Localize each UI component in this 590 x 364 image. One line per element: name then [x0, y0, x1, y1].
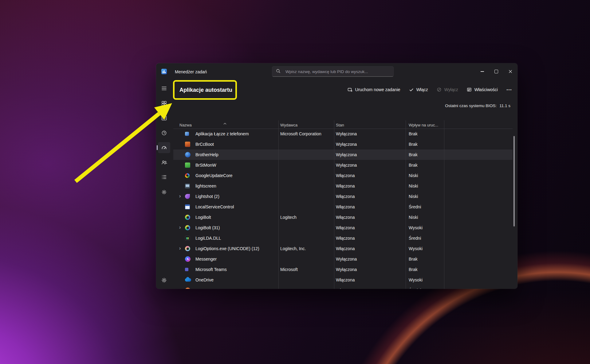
- brccboot-icon: [185, 142, 190, 147]
- logilda-icon: [185, 236, 190, 241]
- row-name: BrotherHelp: [195, 152, 218, 157]
- row-impact: Niski: [409, 194, 418, 199]
- row-status: Wyłączona: [336, 163, 357, 168]
- expand-chevron-icon[interactable]: ›: [179, 225, 181, 230]
- task-manager-app-icon: [161, 68, 167, 75]
- startup-app-row[interactable]: LogiBolt Logitech Włączona Niski: [173, 212, 513, 223]
- row-name: LogiBolt: [195, 215, 211, 220]
- row-publisher: Logitech, Inc.: [280, 246, 306, 251]
- startup-app-row[interactable]: BrCcBoot Wyłączona Brak: [173, 139, 513, 149]
- sort-ascending-icon: [223, 121, 226, 126]
- row-publisher: Microsoft Corporation: [280, 131, 321, 136]
- expand-chevron-icon[interactable]: ›: [179, 287, 181, 289]
- sidebar-item-users[interactable]: [158, 157, 170, 168]
- sidebar-item-performance[interactable]: [158, 113, 170, 124]
- startup-app-row[interactable]: › LogiBolt (31) Włączona Wysoki: [173, 223, 513, 233]
- row-publisher: Microsoft: [280, 267, 298, 272]
- row-impact: Brak: [409, 142, 418, 147]
- startup-app-row[interactable]: lightscreen Włączona Niski: [173, 181, 513, 191]
- row-status: Włączona: [336, 236, 355, 241]
- titlebar[interactable]: Menedżer zadań: [156, 63, 517, 80]
- row-impact: Brak: [409, 267, 418, 272]
- performance-icon: [161, 115, 167, 121]
- startup-app-row[interactable]: › Lightshot (2) Włączona Niski: [173, 191, 513, 202]
- expand-chevron-icon[interactable]: ›: [179, 193, 181, 199]
- sidebar-item-processes[interactable]: [158, 98, 170, 109]
- highlight-annotation-box: Aplikacje autostartu: [173, 80, 237, 100]
- sidebar-item-details[interactable]: [158, 172, 170, 183]
- sidebar-item-startup-apps[interactable]: [158, 142, 170, 153]
- desktop-wallpaper: Menedżer zadań: [0, 0, 590, 364]
- column-header-status[interactable]: Stan: [336, 123, 344, 127]
- run-new-task-label: Uruchom nowe zadanie: [355, 87, 400, 92]
- close-button[interactable]: [503, 63, 517, 80]
- startup-app-row[interactable]: Microsoft Teams Microsoft Wyłączona Brak: [173, 264, 513, 275]
- maximize-button[interactable]: [489, 63, 503, 80]
- services-gear-icon: [161, 189, 167, 195]
- row-name: Messenger: [195, 257, 217, 261]
- row-name: LogiOptions.exe (UNICODE) (12): [195, 246, 259, 251]
- sidebar-item-app-history[interactable]: [158, 127, 170, 138]
- close-icon: [509, 70, 512, 73]
- row-status: Wyłączona: [336, 131, 357, 136]
- logibolt-icon: [185, 215, 190, 220]
- startup-app-row[interactable]: BrStMonW Wyłączona Brak: [173, 160, 513, 170]
- settings-button[interactable]: [158, 275, 170, 286]
- row-impact: Wysoki: [409, 246, 423, 251]
- enable-label: Włącz: [416, 87, 428, 92]
- row-impact: Brak: [409, 152, 418, 157]
- minimize-button[interactable]: [475, 63, 489, 80]
- startup-app-row[interactable]: Messenger Wyłączona Brak: [173, 254, 513, 264]
- disable-label: Wyłącz: [444, 87, 458, 92]
- startup-app-row[interactable]: BrotherHelp Wyłączona Brak: [173, 149, 513, 160]
- properties-label: Właściwości: [474, 87, 498, 92]
- more-options-button[interactable]: ...: [506, 85, 512, 92]
- disable-button[interactable]: Wyłącz: [437, 87, 458, 92]
- row-impact: Wysoki: [409, 225, 423, 230]
- row-impact: Brak: [409, 163, 418, 168]
- column-header-impact[interactable]: Wpływ na uruc...: [409, 123, 438, 127]
- table-body: Aplikacja Łącze z telefonem Microsoft Co…: [173, 129, 513, 289]
- row-impact: Średni: [409, 288, 421, 289]
- column-separator: [406, 120, 406, 289]
- logioptions-icon: [185, 246, 190, 251]
- brotherhelp-icon: [185, 152, 191, 157]
- startup-app-row[interactable]: Aplikacja Łącze z telefonem Microsoft Co…: [173, 129, 513, 139]
- gear-icon: [161, 277, 167, 283]
- local-service-icon: [185, 204, 190, 209]
- logibolt-icon: [185, 225, 190, 230]
- search-box[interactable]: [272, 66, 394, 77]
- run-new-task-button[interactable]: Uruchom nowe zadanie: [348, 87, 400, 92]
- enable-button[interactable]: Włącz: [409, 87, 428, 92]
- startup-app-row[interactable]: › Włączona Średni: [173, 285, 513, 289]
- row-impact: Średni: [409, 236, 421, 241]
- google-update-icon: [185, 173, 190, 178]
- window-title: Menedżer zadań: [175, 69, 207, 74]
- row-status: Wyłączona: [336, 152, 357, 157]
- column-header-publisher[interactable]: Wydawca: [280, 123, 297, 127]
- expand-chevron-icon[interactable]: ›: [179, 246, 181, 251]
- hamburger-icon: [161, 85, 167, 91]
- startup-app-row[interactable]: OneDrive Włączona Wysoki: [173, 275, 513, 285]
- partial-app-icon: [185, 288, 191, 289]
- vertical-scrollbar[interactable]: [513, 136, 515, 227]
- sidebar-menu-button[interactable]: [158, 83, 170, 94]
- table-header: Nazwa Wydawca Stan Wpływ na uruc...: [173, 120, 513, 129]
- sidebar: [156, 80, 172, 289]
- row-name: LogiLDA.DLL: [195, 236, 221, 241]
- row-impact: Niski: [409, 173, 418, 178]
- brstmonw-icon: [185, 163, 190, 168]
- row-impact: Brak: [409, 131, 418, 136]
- history-clock-icon: [161, 130, 167, 136]
- startup-app-row[interactable]: LocalServiceControl Włączona Średni: [173, 202, 513, 212]
- maximize-icon: [494, 70, 498, 73]
- column-header-name[interactable]: Nazwa: [179, 123, 192, 127]
- row-name: BrStMonW: [195, 163, 216, 168]
- startup-app-row[interactable]: GoogleUpdateCore Włączona Niski: [173, 170, 513, 181]
- search-input[interactable]: [285, 69, 390, 74]
- row-status: Wyłączona: [336, 267, 357, 272]
- startup-app-row[interactable]: LogiLDA.DLL Włączona Średni: [173, 233, 513, 243]
- sidebar-item-services[interactable]: [158, 187, 170, 198]
- properties-button[interactable]: Właściwości: [467, 87, 498, 92]
- startup-app-row[interactable]: › LogiOptions.exe (UNICODE) (12) Logitec…: [173, 243, 513, 254]
